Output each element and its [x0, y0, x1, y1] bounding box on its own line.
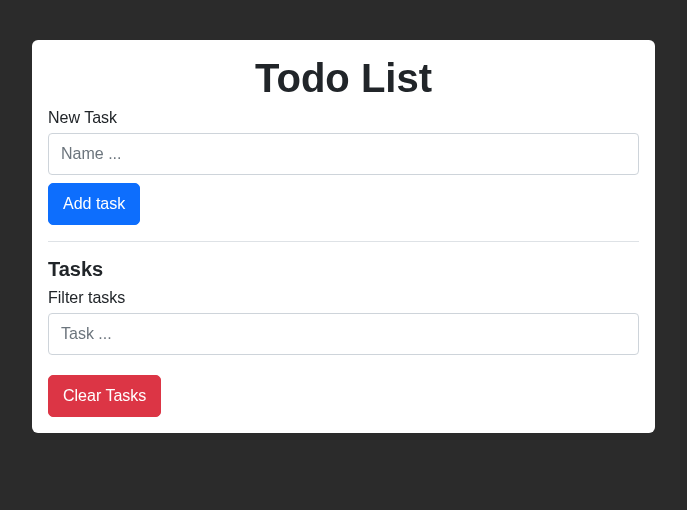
add-task-button[interactable]: Add task [48, 183, 140, 225]
new-task-label: New Task [48, 109, 639, 127]
filter-section: Filter tasks [48, 289, 639, 355]
new-task-section: New Task Add task [48, 109, 639, 225]
divider [48, 241, 639, 242]
page-title: Todo List [48, 56, 639, 101]
todo-card: Todo List New Task Add task Tasks Filter… [32, 40, 655, 433]
tasks-heading: Tasks [48, 258, 639, 281]
clear-tasks-button[interactable]: Clear Tasks [48, 375, 161, 417]
filter-tasks-input[interactable] [48, 313, 639, 355]
filter-tasks-label: Filter tasks [48, 289, 639, 307]
new-task-input[interactable] [48, 133, 639, 175]
